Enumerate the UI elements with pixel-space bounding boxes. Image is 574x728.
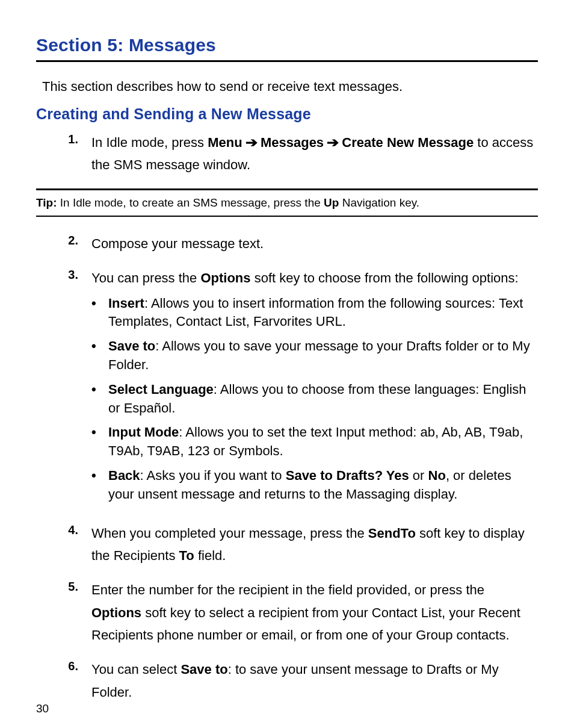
- text: : Allows you to insert information from …: [108, 296, 523, 329]
- text: Enter the number for the recipient in th…: [91, 582, 484, 597]
- no-label: No: [428, 468, 446, 483]
- step-body: Enter the number for the recipient in th…: [91, 579, 538, 646]
- text: soft key to choose from the following op…: [251, 270, 519, 285]
- step-number: 3.: [36, 267, 91, 282]
- tip-label: Tip:: [36, 196, 57, 209]
- messages-label: Messages: [261, 135, 324, 150]
- step-number: 5.: [36, 579, 91, 594]
- page-number: 30: [36, 702, 49, 715]
- step-2: 2. Compose your message text.: [36, 232, 538, 255]
- step-number: 4.: [36, 522, 91, 537]
- document-page: Section 5: Messages This section describ…: [0, 0, 574, 728]
- bullet-select-language: • Select Language: Allows you to choose …: [91, 381, 538, 418]
- step-list: 1. In Idle mode, press Menu ➔ Messages ➔…: [36, 131, 538, 176]
- bullet-label: Select Language: [108, 382, 214, 397]
- text: When you completed your message, press t…: [91, 526, 368, 541]
- sendto-label: SendTo: [368, 526, 416, 541]
- bullet-list: • Insert: Allows you to insert informati…: [91, 294, 538, 504]
- text: You can press the: [91, 270, 200, 285]
- step-body: In Idle mode, press Menu ➔ Messages ➔ Cr…: [91, 131, 538, 176]
- text: : Allows you to save your message to you…: [108, 338, 530, 372]
- tip-block: Tip: In Idle mode, to create an SMS mess…: [36, 188, 538, 217]
- text: field.: [194, 548, 226, 563]
- bullet-input-mode: • Input Mode: Allows you to set the text…: [91, 423, 538, 461]
- text: soft key to select a recipient from your…: [91, 605, 520, 642]
- step-body: You can press the Options soft key to ch…: [91, 267, 538, 509]
- step-body: You can select Save to: to save your uns…: [91, 658, 538, 703]
- bullet-icon: •: [91, 337, 108, 356]
- step-3: 3. You can press the Options soft key to…: [36, 267, 538, 509]
- bullet-save-to: • Save to: Allows you to save your messa…: [91, 337, 538, 375]
- bullet-icon: •: [91, 294, 108, 313]
- step-body: When you completed your message, press t…: [91, 522, 538, 567]
- subheading: Creating and Sending a New Message: [36, 105, 538, 123]
- step-list-continued: 2. Compose your message text. 3. You can…: [36, 232, 538, 703]
- saveto-label: Save to: [181, 662, 227, 677]
- bullet-icon: •: [91, 381, 108, 399]
- text: or: [409, 468, 428, 483]
- to-label: To: [179, 548, 194, 563]
- bullet-back: • Back: Asks you if you want to Save to …: [91, 467, 538, 504]
- bullet-icon: •: [91, 467, 108, 485]
- text: In Idle mode, to create an SMS message, …: [57, 196, 324, 209]
- step-number: 2.: [36, 232, 91, 247]
- step-5: 5. Enter the number for the recipient in…: [36, 579, 538, 646]
- bullet-label: Save to: [108, 338, 155, 353]
- text: In Idle mode, press: [91, 135, 208, 150]
- step-1: 1. In Idle mode, press Menu ➔ Messages ➔…: [36, 131, 538, 176]
- menu-label: Menu: [208, 135, 242, 150]
- text: : Asks you if you want to: [140, 468, 286, 483]
- bullet-insert: • Insert: Allows you to insert informati…: [91, 294, 538, 332]
- up-key-label: Up: [324, 196, 339, 209]
- arrow-icon: ➔: [245, 131, 258, 154]
- section-title: Section 5: Messages: [36, 35, 538, 55]
- step-6: 6. You can select Save to: to save your …: [36, 658, 538, 703]
- horizontal-rule: [36, 60, 538, 62]
- text: You can select: [91, 662, 181, 677]
- bullet-label: Back: [108, 468, 140, 483]
- options-label: Options: [91, 605, 141, 620]
- create-label: Create New Message: [342, 135, 474, 150]
- step-number: 6.: [36, 658, 91, 673]
- intro-paragraph: This section describes how to send or re…: [42, 79, 538, 95]
- bullet-icon: •: [91, 423, 108, 442]
- bullet-label: Input Mode: [108, 425, 179, 440]
- step-4: 4. When you completed your message, pres…: [36, 522, 538, 567]
- arrow-icon: ➔: [327, 131, 339, 154]
- step-number: 1.: [36, 131, 91, 146]
- bullet-label: Insert: [108, 296, 144, 311]
- text: Navigation key.: [339, 196, 419, 209]
- options-label: Options: [200, 270, 250, 285]
- step-body: Compose your message text.: [91, 232, 538, 255]
- save-drafts-label: Save to Drafts? Yes: [286, 468, 409, 483]
